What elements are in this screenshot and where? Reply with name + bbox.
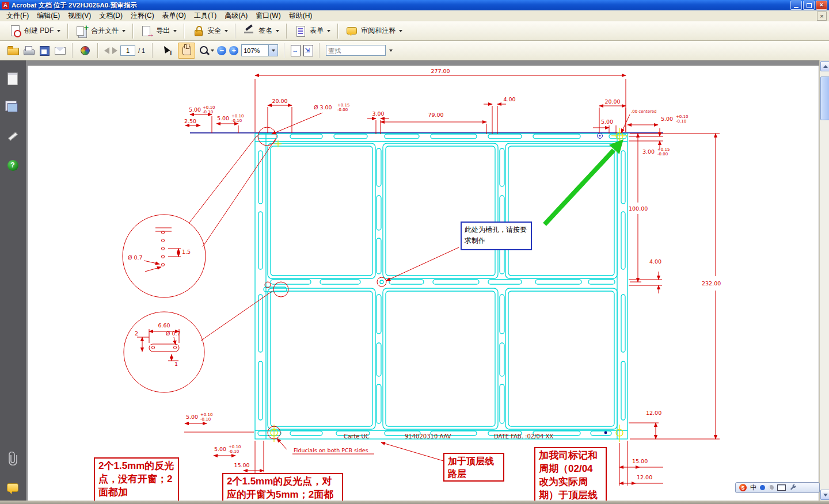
vertical-scrollbar[interactable]	[819, 60, 829, 501]
slot-note-annotation[interactable]: 此处为槽孔，请按要求制作	[461, 222, 532, 250]
chevron-down-icon	[399, 30, 402, 32]
menu-document[interactable]: 文档(D)	[95, 10, 127, 22]
minimize-button[interactable]	[790, 1, 802, 10]
dimension-lines	[184, 75, 720, 486]
combine-files-button[interactable]: 合并文件	[71, 23, 130, 39]
combine-files-label: 合并文件	[91, 26, 119, 36]
chevron-down-icon	[276, 30, 279, 32]
create-pdf-icon	[9, 25, 21, 37]
sogou-logo-icon[interactable]: S	[739, 484, 747, 491]
scroll-down-button[interactable]	[820, 490, 829, 500]
dim-2-50: 2.50	[184, 118, 196, 124]
find-input[interactable]	[326, 45, 386, 56]
menu-help[interactable]: 帮助(H)	[285, 10, 317, 22]
dim-5-bl1-tol-minus: -0.10	[200, 417, 211, 422]
chevron-down-icon	[327, 30, 330, 32]
red-note-1[interactable]: 2个1.5mm的反光点，没有开窗；2面都加	[94, 457, 179, 501]
red-note-4[interactable]: 加我司标记和周期（02/04改为实际周期）于顶层线路层	[534, 447, 607, 501]
settings-wrench-icon[interactable]	[789, 484, 797, 492]
dim-3-right-tol-plus: +0.15	[657, 147, 670, 152]
dim-5-bl1-tol-plus: +0.10	[200, 413, 212, 417]
workspace: ?	[0, 60, 829, 501]
pages-panel-button[interactable]	[5, 71, 21, 87]
dim-4-top: 4.00	[503, 96, 515, 102]
save-button[interactable]	[38, 44, 51, 57]
select-tool-button[interactable]	[159, 43, 175, 58]
output-preview-button[interactable]	[79, 44, 92, 57]
pen-icon	[8, 132, 18, 141]
dim-5a-tol-plus: +0.10	[203, 105, 215, 110]
input-method-bar[interactable]: S 中	[735, 482, 820, 493]
menu-window[interactable]: 窗口(W)	[252, 10, 284, 22]
comments-panel-button[interactable]	[5, 479, 21, 495]
sign-button[interactable]: 签名	[239, 23, 283, 39]
dim-5-bl2-tol-minus: -0.10	[229, 449, 239, 454]
document-close-icon[interactable]: ×	[817, 12, 827, 21]
zoom-dropdown-button[interactable]	[268, 45, 277, 56]
board-name-text: Carte UC	[344, 433, 370, 440]
chevron-down-icon	[57, 30, 60, 32]
find-dropdown-icon[interactable]	[389, 49, 393, 52]
layers-icon	[7, 103, 18, 112]
punctuation-toggle-icon[interactable]	[769, 485, 774, 490]
export-button[interactable]: 导出	[136, 23, 181, 39]
next-view-button[interactable]	[112, 47, 117, 54]
previous-view-button[interactable]	[104, 47, 109, 54]
red-note-2[interactable]: 2个1.5mm的反光点，对应的开窗为5mm；2面都加	[222, 473, 343, 501]
fit-page-button[interactable]	[303, 45, 313, 56]
input-mode-toggle[interactable]: 中	[750, 483, 756, 492]
soft-keyboard-icon[interactable]	[777, 484, 786, 491]
arrow-down-icon	[823, 494, 828, 497]
dim-20-left: 20.00	[272, 98, 287, 104]
menu-file[interactable]: 文件(F)	[2, 10, 33, 22]
form-icon	[294, 25, 307, 37]
fullwidth-toggle-icon[interactable]	[760, 485, 765, 490]
email-button[interactable]	[54, 44, 66, 57]
menu-view[interactable]: 视图(V)	[64, 10, 95, 22]
red-note-3[interactable]: 加于顶层线路层	[443, 453, 504, 482]
menu-forms[interactable]: 表单(O)	[158, 10, 190, 22]
title-bar: A Acrobat 文档 位于 2V2HJ025A0-预审指示 ×	[0, 0, 829, 10]
fit-width-button[interactable]	[291, 45, 301, 56]
how-to-button[interactable]: ?	[5, 157, 21, 173]
dim-5-tr: 5.00	[601, 119, 613, 125]
zoom-tool-button[interactable]	[198, 43, 214, 58]
attachments-panel-button[interactable]	[5, 450, 21, 467]
detail2-width: 2	[135, 330, 138, 337]
select-cursor-icon	[161, 44, 173, 57]
hand-icon	[182, 45, 191, 55]
acrobat-window: A Acrobat 文档 位于 2V2HJ025A0-预审指示 × 文件(F) …	[0, 0, 829, 504]
export-icon	[140, 25, 153, 37]
page-count-label: / 1	[138, 47, 145, 54]
layers-panel-button[interactable]	[5, 100, 21, 116]
scroll-up-button[interactable]	[820, 61, 829, 71]
dim-12-right: 12.00	[646, 410, 661, 416]
close-button[interactable]: ×	[816, 1, 827, 10]
page-number-input[interactable]	[120, 45, 135, 56]
hand-tool-button[interactable]	[178, 43, 195, 59]
print-button[interactable]	[22, 44, 35, 57]
restore-button[interactable]	[803, 1, 815, 10]
menu-advanced[interactable]: 高级(A)	[220, 10, 252, 22]
green-arrow[interactable]	[545, 139, 623, 224]
forms-button[interactable]: 表单	[290, 23, 334, 39]
review-comment-button[interactable]: 审阅和注释	[341, 23, 406, 39]
dim-hole-tol-plus: +0.15	[337, 103, 349, 108]
signatures-panel-button[interactable]	[5, 128, 21, 144]
create-pdf-label: 创建 PDF	[24, 26, 54, 36]
dim-5-bl2-tol-plus: +0.10	[229, 445, 241, 449]
review-comment-label: 审阅和注释	[361, 26, 396, 36]
zoom-level-combo[interactable]: 107%	[241, 44, 278, 56]
dim-5-tr2: 5.00	[661, 116, 673, 122]
document-area[interactable]: 277.00 5.00 +0.10 -0.10 2.50 5.00 +0.10 …	[26, 60, 819, 501]
open-file-button[interactable]	[7, 44, 20, 57]
create-pdf-button[interactable]: 创建 PDF	[5, 23, 64, 39]
menu-comments[interactable]: 注释(C)	[127, 10, 158, 22]
zoom-out-button[interactable]: −	[217, 46, 226, 55]
secure-button[interactable]: 安全	[188, 23, 232, 39]
dim-15-bl: 15.00	[234, 462, 249, 468]
scrollbar-thumb[interactable]	[820, 77, 829, 120]
menu-tools[interactable]: 工具(T)	[190, 10, 220, 22]
menu-edit[interactable]: 编辑(E)	[33, 10, 64, 22]
zoom-in-button[interactable]: +	[229, 46, 238, 55]
